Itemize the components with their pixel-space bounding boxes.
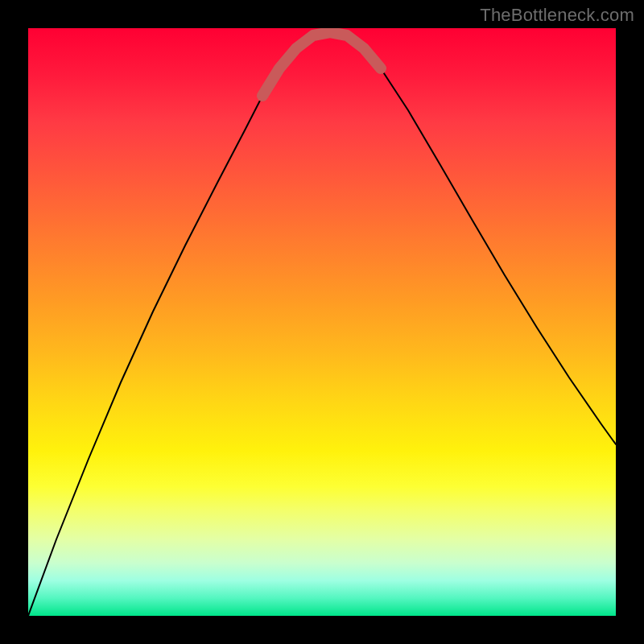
curve-overlay: [28, 28, 616, 616]
watermark-text: TheBottleneck.com: [480, 5, 634, 26]
bottleneck-curve: [28, 32, 616, 616]
highlighted-segment: [262, 32, 381, 96]
chart-frame: TheBottleneck.com: [0, 0, 644, 644]
plot-area: [28, 28, 616, 616]
